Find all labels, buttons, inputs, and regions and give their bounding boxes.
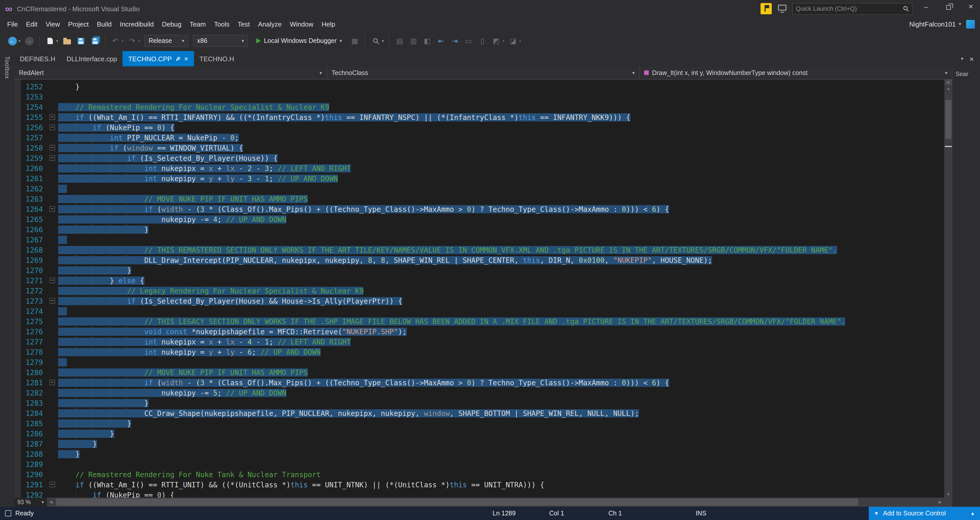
- scroll-right-icon[interactable]: ▶: [936, 498, 944, 507]
- line-number[interactable]: 1269: [23, 255, 48, 266]
- code-line[interactable]: 1253: [14, 92, 944, 102]
- code-line[interactable]: 1292 if (NukePip == 0) {: [14, 490, 944, 498]
- menu-window[interactable]: Window: [286, 18, 318, 30]
- fold-toggle-icon[interactable]: −: [49, 124, 55, 130]
- code-line[interactable]: 1262: [14, 184, 944, 194]
- code-line[interactable]: 1255− if ((What_Am_I() == RTTI_INFANTRY)…: [14, 112, 944, 122]
- code-text[interactable]: int nukepipy = y + ly - 6; // UP AND DOW…: [58, 347, 321, 357]
- code-text[interactable]: // Legacy Rendering For Nuclear Speciali…: [58, 286, 364, 296]
- tab-dllinterface-cpp[interactable]: DLLInterface.cpp: [61, 51, 123, 66]
- chevron-down-icon[interactable]: ▾: [519, 38, 521, 43]
- new-file-button[interactable]: [44, 35, 56, 47]
- line-number[interactable]: 1271: [23, 275, 48, 286]
- chevron-down-icon[interactable]: ▾: [502, 38, 504, 43]
- line-number[interactable]: 1262: [23, 184, 48, 194]
- chevron-down-icon[interactable]: ▾: [18, 38, 21, 43]
- code-text[interactable]: // MOVE NUKE PIP IF UNIT HAS AMMO PIPS: [58, 194, 308, 204]
- code-line[interactable]: 1283 }: [14, 398, 944, 408]
- code-line[interactable]: 1275 // THIS LEGACY SECTION ONLY WORKS I…: [14, 316, 944, 327]
- code-text[interactable]: DLL_Draw_Intercept(PIP_NUCLEAR, nukepipx…: [58, 255, 712, 266]
- member-list-icon[interactable]: ▤: [393, 35, 406, 47]
- horizontal-scroll-track[interactable]: [55, 498, 936, 507]
- restore-button[interactable]: [939, 0, 958, 13]
- line-number[interactable]: 1258: [23, 143, 48, 153]
- code-text[interactable]: if (width - (3 * (Class_Of().Max_Pips() …: [58, 378, 669, 388]
- add-to-source-control-button[interactable]: Add to Source Control ▲: [869, 507, 980, 520]
- code-text[interactable]: // THIS LEGACY SECTION ONLY WORKS IF THE…: [58, 316, 845, 327]
- code-line[interactable]: 1270 }: [14, 266, 944, 275]
- menu-file[interactable]: File: [3, 18, 22, 30]
- quick-launch-search[interactable]: [792, 3, 913, 14]
- chevron-down-icon[interactable]: ▾: [56, 38, 58, 43]
- code-text[interactable]: // THIS REMASTERED SECTION ONLY WORKS IF…: [58, 245, 837, 255]
- code-text[interactable]: if (NukePip == 0) {: [58, 122, 174, 133]
- quick-launch-input[interactable]: [796, 5, 900, 12]
- code-text[interactable]: int nukepipy = y + ly - 3 - 1; // UP AND…: [58, 173, 338, 184]
- project-dropdown[interactable]: RedAlert ▾: [14, 66, 327, 79]
- line-number[interactable]: 1289: [23, 459, 48, 469]
- code-text[interactable]: }: [58, 449, 80, 459]
- line-number[interactable]: 1272: [23, 286, 48, 296]
- code-line[interactable]: 1289: [14, 459, 944, 469]
- code-line[interactable]: 1267: [14, 235, 944, 245]
- code-line[interactable]: 1278 int nukepipy = y + ly - 6; // UP AN…: [14, 347, 944, 357]
- fold-toggle-icon[interactable]: −: [49, 380, 55, 385]
- code-line[interactable]: 1290 // Remastered Rendering For Nuke Ta…: [14, 469, 944, 480]
- open-file-button[interactable]: [61, 35, 73, 47]
- code-line[interactable]: 1282 nukepipy -= 5; // UP AND DOWN: [14, 388, 944, 398]
- menu-project[interactable]: Project: [64, 18, 93, 30]
- code-line[interactable]: 1263 // MOVE NUKE PIP IF UNIT HAS AMMO P…: [14, 194, 944, 204]
- line-number[interactable]: 1264: [23, 204, 48, 214]
- code-text[interactable]: int nukepipx = x + lx - 2 - 3; // LEFT A…: [58, 163, 351, 173]
- line-number[interactable]: 1260: [23, 163, 48, 173]
- chevron-down-icon[interactable]: ▾: [121, 38, 124, 43]
- line-number[interactable]: 1276: [23, 327, 48, 337]
- line-number[interactable]: 1270: [23, 266, 48, 275]
- menu-view[interactable]: View: [41, 18, 64, 30]
- code-line[interactable]: 1284 CC_Draw_Shape(nukepipshapefile, PIP…: [14, 408, 944, 418]
- close-document-icon[interactable]: ×: [969, 54, 974, 63]
- code-text[interactable]: } else {: [58, 275, 144, 286]
- code-line[interactable]: 1285 }: [14, 418, 944, 429]
- line-number[interactable]: 1291: [23, 480, 48, 490]
- code-text[interactable]: nukepipy -= 5; // UP AND DOWN: [58, 388, 286, 398]
- line-number[interactable]: 1268: [23, 245, 48, 255]
- bookmark-window-icon[interactable]: ◪: [507, 35, 519, 47]
- line-number[interactable]: 1275: [23, 316, 48, 327]
- line-number[interactable]: 1286: [23, 429, 48, 439]
- document-list-dropdown-icon[interactable]: ▾: [961, 56, 963, 61]
- line-number[interactable]: 1259: [23, 153, 48, 163]
- line-number[interactable]: 1266: [23, 224, 48, 235]
- code-line[interactable]: 1269 DLL_Draw_Intercept(PIP_NUCLEAR, nuk…: [14, 255, 944, 266]
- code-text[interactable]: if (NukePip == 0) {: [58, 490, 174, 498]
- save-button[interactable]: [75, 35, 87, 47]
- zoom-control[interactable]: 93 % ▾: [14, 498, 47, 507]
- code-line[interactable]: 1287 }: [14, 439, 944, 449]
- code-text[interactable]: if (width - (3 * (Class_Of().Max_Pips() …: [58, 204, 669, 214]
- fold-toggle-icon[interactable]: −: [49, 114, 55, 120]
- code-text[interactable]: [58, 235, 67, 245]
- line-number[interactable]: 1257: [23, 133, 48, 143]
- member-dropdown[interactable]: Draw_It(int x, int y, WindowNumberType w…: [640, 66, 953, 79]
- code-text[interactable]: // MOVE NUKE PIP IF UNIT HAS AMMO PIPS: [58, 367, 308, 378]
- line-number[interactable]: 1267: [23, 235, 48, 245]
- menu-help[interactable]: Help: [318, 18, 339, 30]
- code-editor[interactable]: 1252 }12531254 // Remastered Rendering F…: [14, 80, 944, 498]
- code-line[interactable]: 1259− if (Is_Selected_By_Player(House)) …: [14, 153, 944, 163]
- menu-build[interactable]: Build: [93, 18, 116, 30]
- code-text[interactable]: int PIP_NUCLEAR = NukePip - 0;: [58, 133, 239, 143]
- code-line[interactable]: 1291− if ((What_Am_I() == RTTI_UNIT) && …: [14, 480, 944, 490]
- code-line[interactable]: 1271− } else {: [14, 275, 944, 286]
- fold-toggle-icon[interactable]: −: [49, 155, 55, 161]
- search-icon[interactable]: [903, 6, 909, 12]
- close-icon[interactable]: ×: [184, 55, 188, 63]
- tab-techno-cpp[interactable]: TECHNO.CPP×: [123, 51, 194, 66]
- line-number[interactable]: 1277: [23, 337, 48, 347]
- increase-indent-icon[interactable]: ⇥: [449, 35, 461, 47]
- code-line[interactable]: 1281− if (width - (3 * (Class_Of().Max_P…: [14, 378, 944, 388]
- menu-tools[interactable]: Tools: [210, 18, 234, 30]
- toolbox-panel-tab[interactable]: Toolbox: [0, 51, 14, 507]
- chevron-up-icon[interactable]: ▲: [970, 511, 975, 516]
- line-number[interactable]: 1292: [23, 490, 48, 498]
- line-number[interactable]: 1281: [23, 378, 48, 388]
